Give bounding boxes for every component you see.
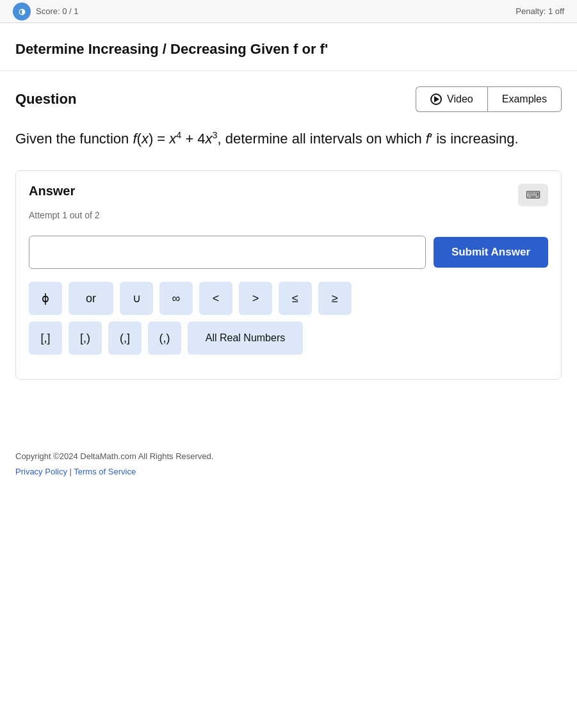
question-text: Given the function f(x) = x4 + 4x3, dete… [15,127,562,150]
footer: Copyright ©2024 DeltaMath.com All Rights… [0,418,577,494]
key-bracket-open[interactable]: (,) [148,321,181,355]
key-bracket-closed[interactable]: [,] [29,321,62,355]
top-bar: ◑ Score: 0 / 1 Penalty: 1 off [0,0,577,23]
key-or[interactable]: or [69,282,113,315]
keyboard-row-1: ϕ or ∪ ∞ < > ≤ ≥ [29,282,548,315]
top-bar-left: ◑ Score: 0 / 1 [13,3,78,20]
key-union[interactable]: ∪ [120,282,153,315]
answer-label: Answer [29,184,75,198]
footer-copyright: Copyright ©2024 DeltaMath.com All Rights… [15,449,562,479]
answer-header: Answer ⌨ [29,184,548,206]
page-title-section: Determine Increasing / Decreasing Given … [0,23,577,71]
submit-button[interactable]: Submit Answer [434,237,548,268]
key-less-equal[interactable]: ≤ [279,282,312,315]
penalty-text: Penalty: 1 off [516,6,564,16]
play-icon [430,93,442,105]
answer-section: Answer ⌨ Attempt 1 out of 2 Submit Answe… [15,170,562,380]
key-infinity[interactable]: ∞ [159,282,193,315]
key-bracket-right-closed[interactable]: (,] [108,321,142,355]
score-circle: ◑ [13,3,31,20]
key-greater-equal[interactable]: ≥ [318,282,352,315]
page-title: Determine Increasing / Decreasing Given … [15,41,562,58]
question-label: Question [15,91,76,108]
question-header: Question Video Examples [15,86,562,112]
input-row: Submit Answer [29,236,548,269]
keyboard-row-2: [,] [,) (,] (,) All Real Numbers [29,321,548,355]
play-triangle [434,96,439,102]
score-icon: ◑ [19,7,25,16]
video-button[interactable]: Video [416,86,487,112]
score-text: Score: 0 / 1 [36,6,78,16]
terms-of-service-link[interactable]: Terms of Service [74,467,136,476]
key-greater-than[interactable]: > [239,282,272,315]
key-less-than[interactable]: < [199,282,232,315]
question-buttons: Video Examples [416,86,562,112]
key-bracket-left-closed[interactable]: [,) [69,321,102,355]
attempt-text: Attempt 1 out of 2 [29,210,548,220]
examples-button[interactable]: Examples [487,86,562,112]
question-section: Question Video Examples Given the functi… [0,71,577,150]
key-all-real-numbers[interactable]: All Real Numbers [188,321,303,355]
keyboard-button[interactable]: ⌨ [518,184,548,206]
key-phi[interactable]: ϕ [29,282,62,315]
privacy-policy-link[interactable]: Privacy Policy [15,467,67,476]
answer-input[interactable] [29,236,426,269]
